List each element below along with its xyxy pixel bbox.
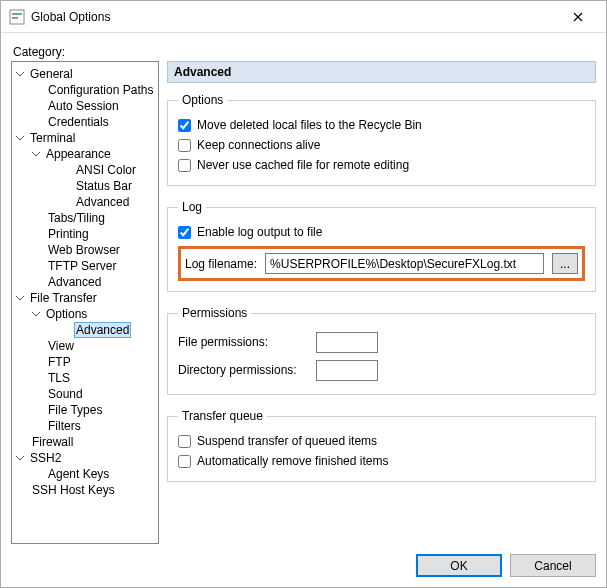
tree-item-firewall[interactable]: Firewall bbox=[30, 434, 75, 450]
chevron-down-icon[interactable] bbox=[30, 308, 42, 320]
svg-rect-2 bbox=[12, 17, 18, 19]
log-legend: Log bbox=[178, 200, 206, 214]
tree-item-status-bar[interactable]: Status Bar bbox=[74, 178, 134, 194]
chevron-down-icon[interactable] bbox=[30, 148, 42, 160]
ok-button[interactable]: OK bbox=[416, 554, 502, 577]
tree-item-term-adv2[interactable]: Advanced bbox=[46, 274, 103, 290]
tree-item-ssh2[interactable]: SSH2 bbox=[28, 450, 63, 466]
tree-item-appearance[interactable]: Appearance bbox=[44, 146, 113, 162]
auto-remove-label: Automatically remove finished items bbox=[197, 454, 388, 468]
tree-item-auto-session[interactable]: Auto Session bbox=[46, 98, 121, 114]
tree-item-agent-keys[interactable]: Agent Keys bbox=[46, 466, 111, 482]
transfer-queue-group: Transfer queue Suspend transfer of queue… bbox=[167, 409, 596, 482]
close-button[interactable] bbox=[558, 1, 598, 33]
file-perm-input[interactable] bbox=[316, 332, 378, 353]
panel-title: Advanced bbox=[167, 61, 596, 83]
permissions-group: Permissions File permissions: Directory … bbox=[167, 306, 596, 395]
category-label: Category: bbox=[13, 45, 596, 59]
dir-perm-input[interactable] bbox=[316, 360, 378, 381]
tree-item-terminal[interactable]: Terminal bbox=[28, 130, 77, 146]
chevron-down-icon[interactable] bbox=[14, 132, 26, 144]
tree-item-filters[interactable]: Filters bbox=[46, 418, 83, 434]
dir-perm-label: Directory permissions: bbox=[178, 363, 308, 377]
enable-log-checkbox[interactable] bbox=[178, 226, 191, 239]
keep-alive-label: Keep connections alive bbox=[197, 138, 320, 152]
tree-item-tls[interactable]: TLS bbox=[46, 370, 72, 386]
log-filename-row: Log filename: ... bbox=[178, 246, 585, 281]
recycle-bin-checkbox[interactable] bbox=[178, 119, 191, 132]
window-title: Global Options bbox=[31, 10, 558, 24]
auto-remove-checkbox[interactable] bbox=[178, 455, 191, 468]
no-cache-checkbox[interactable] bbox=[178, 159, 191, 172]
no-cache-label: Never use cached file for remote editing bbox=[197, 158, 409, 172]
permissions-legend: Permissions bbox=[178, 306, 251, 320]
tree-item-general[interactable]: General bbox=[28, 66, 75, 82]
cancel-button[interactable]: Cancel bbox=[510, 554, 596, 577]
options-group: Options Move deleted local files to the … bbox=[167, 93, 596, 186]
tree-item-ansi-color[interactable]: ANSI Color bbox=[74, 162, 138, 178]
tree-item-ssh-host-keys[interactable]: SSH Host Keys bbox=[30, 482, 117, 498]
chevron-down-icon[interactable] bbox=[14, 292, 26, 304]
tree-item-web-browser[interactable]: Web Browser bbox=[46, 242, 122, 258]
app-icon bbox=[9, 9, 25, 25]
chevron-down-icon[interactable] bbox=[14, 452, 26, 464]
transfer-queue-legend: Transfer queue bbox=[178, 409, 267, 423]
svg-rect-1 bbox=[12, 13, 22, 15]
tree-item-credentials[interactable]: Credentials bbox=[46, 114, 111, 130]
browse-button[interactable]: ... bbox=[552, 253, 578, 274]
suspend-queue-label: Suspend transfer of queued items bbox=[197, 434, 377, 448]
suspend-queue-checkbox[interactable] bbox=[178, 435, 191, 448]
tree-item-sound[interactable]: Sound bbox=[46, 386, 85, 402]
tree-item-tftp[interactable]: TFTP Server bbox=[46, 258, 118, 274]
keep-alive-checkbox[interactable] bbox=[178, 139, 191, 152]
chevron-down-icon[interactable] bbox=[14, 68, 26, 80]
recycle-bin-label: Move deleted local files to the Recycle … bbox=[197, 118, 422, 132]
file-perm-label: File permissions: bbox=[178, 335, 308, 349]
log-filename-input[interactable] bbox=[265, 253, 544, 274]
log-group: Log Enable log output to file Log filena… bbox=[167, 200, 596, 292]
tree-item-ft-options[interactable]: Options bbox=[44, 306, 89, 322]
options-legend: Options bbox=[178, 93, 227, 107]
tree-item-config-paths[interactable]: Configuration Paths bbox=[46, 82, 155, 98]
tree-item-printing[interactable]: Printing bbox=[46, 226, 91, 242]
tree-item-ft-advanced[interactable]: Advanced bbox=[74, 322, 131, 338]
tree-item-tabs[interactable]: Tabs/Tiling bbox=[46, 210, 107, 226]
tree-item-view[interactable]: View bbox=[46, 338, 76, 354]
category-tree[interactable]: General Configuration Paths Auto Session… bbox=[11, 61, 159, 544]
log-filename-label: Log filename: bbox=[185, 257, 257, 271]
tree-item-file-types[interactable]: File Types bbox=[46, 402, 104, 418]
tree-item-file-transfer[interactable]: File Transfer bbox=[28, 290, 99, 306]
enable-log-label: Enable log output to file bbox=[197, 225, 322, 239]
tree-item-term-advanced[interactable]: Advanced bbox=[74, 194, 131, 210]
tree-item-ftp[interactable]: FTP bbox=[46, 354, 73, 370]
